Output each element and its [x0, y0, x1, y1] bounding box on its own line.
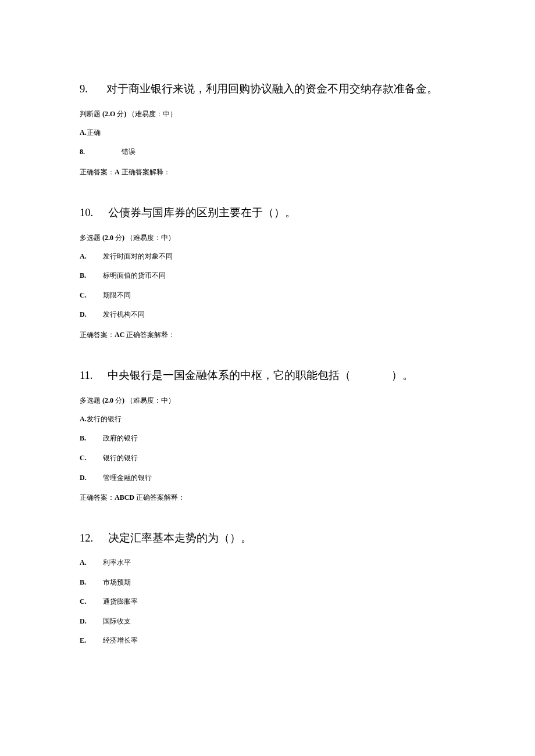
option-label: A.	[80, 558, 90, 568]
option-text: 市场预期	[103, 578, 131, 586]
option-text: 利率水平	[103, 558, 131, 567]
option-label: B.	[80, 434, 90, 443]
question-meta: 判断题 (2.O 分) （难易度：中）	[80, 109, 455, 119]
option-label: D.	[80, 617, 90, 626]
option-c: C.通货膨胀率	[80, 597, 455, 607]
option-a: A.发行时面对的对象不同	[80, 252, 455, 261]
option-label: A.	[80, 128, 87, 138]
question-number: 9.	[80, 81, 91, 98]
option-label: C.	[80, 454, 90, 463]
option-text: 银行的银行	[103, 454, 138, 462]
question-number: 11.	[80, 368, 92, 384]
option-label: D.	[80, 474, 90, 483]
option-c: C.期限不同	[80, 291, 455, 300]
answer-line: 正确答案：AC 正确答案解释：	[80, 330, 455, 340]
option-label: A.	[80, 252, 90, 261]
option-label: B.	[80, 271, 90, 281]
option-label: D.	[80, 310, 90, 320]
question-meta: 多选题 (2.0 分) （难易度：中）	[80, 396, 455, 406]
option-label: C.	[80, 597, 90, 607]
option-a: A.发行的银行	[80, 415, 455, 424]
option-e: E.经济增长率	[80, 636, 455, 646]
question-block-12: 12.决定汇率基本走势的为（）。 A.利率水平 B.市场预期 C.通货膨胀率 D…	[80, 531, 455, 646]
question-stem-pre: 中央银行是一国金融体系的中枢，它的职能包括（	[108, 370, 351, 381]
option-label: C.	[80, 291, 90, 300]
option-label: 8.	[80, 148, 90, 157]
option-text: 正确	[87, 128, 101, 137]
option-d: D.国际收支	[80, 617, 455, 626]
option-text: 标明面值的货币不同	[103, 271, 166, 280]
option-text: 国际收支	[103, 617, 131, 625]
question-stem-post: ）。	[391, 370, 413, 381]
option-text: 通货膨胀率	[103, 597, 138, 605]
option-d: D.发行机构不同	[80, 310, 455, 320]
question-stem: 公债券与国库券的区别主要在于（）。	[108, 207, 296, 218]
option-a: A.利率水平	[80, 558, 455, 568]
question-title: 10.公债券与国库券的区别主要在于（）。	[80, 205, 455, 221]
option-b: B.市场预期	[80, 578, 455, 587]
exam-page: 9.对于商业银行来说，利用回购协议融入的资金不用交纳存款准备金。 判断题 (2.…	[0, 0, 535, 756]
question-title: 11.中央银行是一国金融体系的中枢，它的职能包括（）。	[80, 368, 455, 384]
option-a: A.正确	[80, 128, 455, 138]
question-title: 9.对于商业银行来说，利用回购协议融入的资金不用交纳存款准备金。	[80, 81, 455, 98]
question-number: 10.	[80, 205, 93, 221]
option-d: D.管理金融的银行	[80, 474, 455, 483]
option-b: B.标明面值的货币不同	[80, 271, 455, 281]
option-text: 管理金融的银行	[103, 474, 152, 482]
option-label: B.	[80, 578, 90, 587]
option-b: 8.错误	[80, 148, 455, 157]
answer-line: 正确答案：A 正确答案解释：	[80, 167, 455, 177]
answer-line: 正确答案：ABCD 正确答案解释：	[80, 493, 455, 503]
question-title: 12.决定汇率基本走势的为（）。	[80, 531, 455, 547]
option-text: 经济增长率	[103, 636, 138, 644]
option-text: 发行的银行	[87, 415, 122, 423]
option-text: 政府的银行	[103, 434, 138, 442]
option-c: C.银行的银行	[80, 454, 455, 463]
option-label: E.	[80, 636, 90, 646]
question-stem: 决定汇率基本走势的为（）。	[108, 532, 252, 544]
option-text: 错误	[122, 148, 135, 156]
question-stem: 对于商业银行来说，利用回购协议融入的资金不用交纳存款准备金。	[106, 83, 438, 95]
option-text: 发行时面对的对象不同	[103, 252, 173, 260]
question-block-11: 11.中央银行是一国金融体系的中枢，它的职能包括（）。 多选题 (2.0 分) …	[80, 368, 455, 503]
question-meta: 多选题 (2.0 分) （难易度：中）	[80, 233, 455, 243]
option-text: 期限不同	[103, 291, 131, 299]
option-label: A.	[80, 415, 87, 424]
question-block-9: 9.对于商业银行来说，利用回购协议融入的资金不用交纳存款准备金。 判断题 (2.…	[80, 81, 455, 177]
option-text: 发行机构不同	[103, 310, 145, 318]
option-b: B.政府的银行	[80, 434, 455, 443]
question-block-10: 10.公债券与国库券的区别主要在于（）。 多选题 (2.0 分) （难易度：中）…	[80, 205, 455, 340]
question-number: 12.	[80, 531, 93, 547]
